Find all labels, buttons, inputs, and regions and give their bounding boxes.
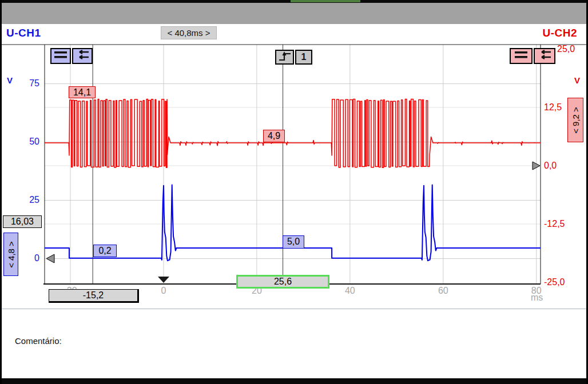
left-axis-unit: V <box>7 75 13 85</box>
comment-label: Comentário: <box>15 336 62 346</box>
menubar <box>2 3 588 24</box>
ch1-delta-voltage[interactable]: < 4,8 > <box>3 233 18 276</box>
left-tick-label: 50 <box>19 137 39 147</box>
x-tick-label: 0 <box>152 286 175 296</box>
ch1-cursor1-value: 0,2 <box>93 245 117 257</box>
right-tick-label: 25,0 <box>557 44 575 54</box>
ch2-shift-left-button[interactable] <box>534 48 555 64</box>
ch2-delta-voltage[interactable]: < 9,2 > <box>567 98 583 142</box>
ch2-cursor1-value: 14,1 <box>69 86 96 98</box>
channel-offset-icon <box>53 49 68 63</box>
right-tick-label: 12,5 <box>544 102 562 113</box>
channel-offset-icon <box>513 49 529 63</box>
x-tick-label: 40 <box>339 286 361 296</box>
left-tick-label: 0 <box>19 253 39 263</box>
scope-window: U-CH1 < 40,8ms > U-CH2 1 V V 755025025,0… <box>0 0 588 384</box>
ch1-title: U-CH1 <box>6 27 41 39</box>
double-arrow-left-icon <box>75 49 90 63</box>
ch2-cursor2-value: 4,9 <box>263 130 285 142</box>
cursor1-time-button[interactable]: -15,2 <box>49 289 139 303</box>
ch1-shift-left-button[interactable] <box>72 48 93 64</box>
left-tick-label: 75 <box>19 78 39 89</box>
ch2-title: U-CH2 <box>542 27 577 39</box>
comment-area[interactable]: Comentário: <box>2 309 588 378</box>
scope-main-area <box>2 24 588 309</box>
ch1-offset-button[interactable] <box>50 48 71 64</box>
right-tick-label: -12,5 <box>544 219 565 229</box>
cursor2-time-button[interactable]: 25,6 <box>236 275 329 289</box>
trigger-source-button[interactable]: 1 <box>295 50 312 65</box>
ch1-scale-readout[interactable]: 16,03 <box>3 215 42 228</box>
titlebar-accent-segment <box>291 0 360 2</box>
trigger-edge-button[interactable] <box>275 50 294 65</box>
trigger-source-label: 1 <box>301 52 307 62</box>
ch1-cursor2-value: 5,0 <box>283 235 304 249</box>
left-tick-label: 25 <box>19 195 39 205</box>
delta-time-button[interactable]: < 40,8ms > <box>161 26 217 39</box>
x-axis-unit: ms <box>531 293 543 303</box>
bottom-bar <box>2 378 588 384</box>
x-tick-label: 60 <box>432 286 455 296</box>
right-axis-unit: V <box>574 75 580 85</box>
double-arrow-left-icon <box>537 49 552 63</box>
ch2-offset-button[interactable] <box>510 48 533 64</box>
right-tick-label: 0,0 <box>544 161 557 171</box>
rising-edge-icon <box>278 50 292 64</box>
